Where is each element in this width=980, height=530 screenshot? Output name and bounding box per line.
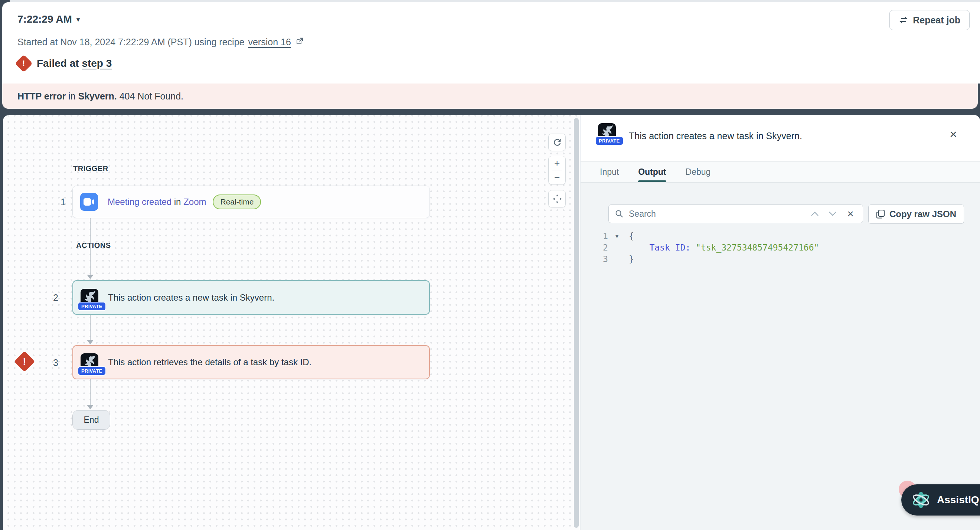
external-link-icon [296, 37, 304, 48]
step-number: 2 [53, 293, 58, 303]
panel-tabs: Input Output Debug [581, 161, 980, 183]
step-number: 1 [60, 197, 66, 207]
error-app: Skyvern. [78, 91, 117, 101]
trigger-app: Zoom [183, 197, 206, 207]
trigger-event: Meeting created [108, 197, 172, 207]
reset-view-button[interactable] [548, 134, 566, 151]
json-key: Task ID: [649, 243, 690, 252]
json-line: 3} [603, 253, 819, 265]
step-title: This action retrieves the details of a t… [108, 357, 312, 368]
private-badge: PRIVATE [78, 302, 106, 311]
skyvern-app-icon: PRIVATE [81, 289, 99, 307]
search-input[interactable] [629, 209, 798, 219]
tab-input[interactable]: Input [600, 162, 619, 182]
step-title: This action creates a new task in Skyver… [108, 293, 274, 303]
job-header: 7:22:29 AM ▾ Started at Nov 18, 2024 7:2… [2, 2, 980, 83]
zoom-control[interactable]: + − [548, 156, 566, 185]
step-card-trigger[interactable]: Meeting created in Zoom Real-time [72, 186, 430, 218]
panel-header: PRIVATE This action creates a new task i… [581, 115, 980, 161]
copy-raw-json-label: Copy raw JSON [889, 209, 956, 220]
zoom-app-icon [80, 193, 98, 211]
step-error-indicator: ! [17, 354, 32, 369]
error-diamond-icon: ! [15, 54, 33, 72]
output-tab-content: × Copy raw JSON 1▾{ 2 Task ID: "tsk_3275… [581, 183, 980, 530]
trigger-section-label: TRIGGER [73, 164, 108, 173]
failed-step-link[interactable]: step 3 [82, 57, 112, 69]
skyvern-app-icon: PRIVATE [598, 123, 616, 141]
connector-line-2 [90, 315, 91, 341]
json-line: 2 Task ID: "tsk_327534857495427166" [603, 242, 819, 253]
skyvern-app-icon: PRIVATE [81, 353, 99, 371]
search-next-button[interactable] [826, 211, 839, 216]
private-badge: PRIVATE [78, 366, 106, 376]
collapse-caret-icon[interactable]: ▾ [616, 231, 629, 242]
failed-prefix: Failed at [37, 57, 79, 69]
failed-status: ! Failed at step 3 [18, 57, 112, 70]
tab-debug[interactable]: Debug [686, 162, 711, 182]
atom-icon [911, 490, 931, 510]
search-clear-button[interactable]: × [844, 207, 857, 220]
reset-icon [552, 138, 562, 147]
workflow-canvas[interactable]: TRIGGER 1 Meeting created in Zoom Real-t… [3, 115, 580, 530]
error-detail: 404 Not Found. [117, 91, 183, 101]
error-diamond-icon: ! [14, 351, 35, 372]
job-subtitle-text: Started at Nov 18, 2024 7:22:29 AM (PST)… [18, 37, 244, 48]
realtime-badge: Real-time [213, 194, 261, 209]
error-type: HTTP error [18, 91, 66, 101]
video-camera-icon [84, 198, 95, 206]
repeat-job-button[interactable]: Repeat job [889, 10, 970, 30]
end-node[interactable]: End [72, 410, 110, 430]
json-value: "tsk_327534857495427166" [696, 243, 819, 252]
actions-section-label: ACTIONS [76, 241, 111, 250]
step-number: 3 [53, 357, 58, 368]
zoom-divider [552, 170, 562, 170]
json-output-viewer[interactable]: 1▾{ 2 Task ID: "tsk_327534857495427166" … [603, 231, 819, 265]
zoom-in-button[interactable]: + [554, 158, 560, 168]
repeat-icon [899, 16, 908, 24]
panel-title: This action creates a new task in Skyver… [629, 131, 802, 142]
copy-raw-json-button[interactable]: Copy raw JSON [868, 204, 964, 224]
job-time-dropdown[interactable]: 7:22:29 AM ▾ [18, 13, 80, 25]
copy-icon [876, 209, 885, 219]
connector-line-3 [90, 379, 91, 406]
fit-view-icon [552, 194, 562, 204]
job-subtitle: Started at Nov 18, 2024 7:22:29 AM (PST)… [18, 37, 304, 48]
chevron-down-icon: ▾ [76, 15, 80, 24]
recipe-version-link[interactable]: version 16 [248, 37, 291, 48]
canvas-scrollbar[interactable] [574, 118, 579, 528]
private-badge: PRIVATE [595, 136, 624, 145]
assistiq-widget-button[interactable]: AssistIQ [901, 484, 980, 516]
zoom-out-button[interactable]: − [554, 173, 560, 182]
step-card-create-task[interactable]: PRIVATE This action creates a new task i… [72, 280, 430, 315]
search-icon [615, 209, 624, 218]
arrowhead-3 [87, 405, 94, 409]
search-prev-button[interactable] [808, 211, 821, 216]
step-card-get-task[interactable]: PRIVATE This action retrieves the detail… [72, 345, 430, 379]
error-banner: HTTP error in Skyvern. 404 Not Found. [2, 83, 978, 109]
json-search-box[interactable]: × [608, 204, 863, 223]
arrowhead-1 [87, 275, 94, 279]
close-icon[interactable]: × [950, 128, 957, 140]
tab-output[interactable]: Output [638, 162, 666, 182]
repeat-job-label: Repeat job [913, 15, 960, 25]
step-detail-panel: PRIVATE This action creates a new task i… [580, 115, 980, 530]
job-time: 7:22:29 AM [18, 13, 72, 25]
search-divider [803, 208, 803, 220]
arrowhead-2 [87, 340, 94, 344]
fit-view-button[interactable] [548, 190, 566, 207]
json-line: 1▾{ [603, 231, 819, 242]
assistiq-label: AssistIQ [937, 494, 979, 506]
